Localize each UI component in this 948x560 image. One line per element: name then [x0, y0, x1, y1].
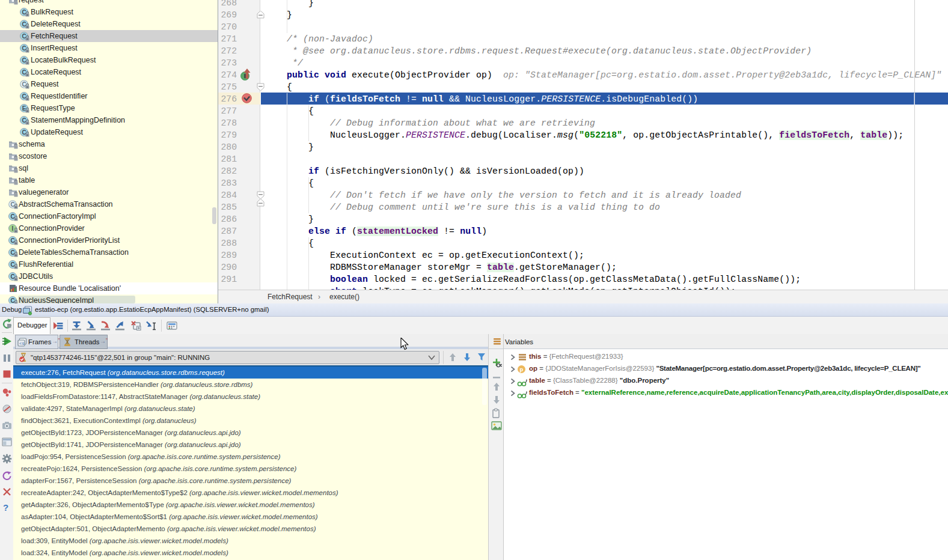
- svg-text:<s: <s: [19, 341, 24, 346]
- svg-text:I: I: [12, 225, 14, 232]
- svg-text:p: p: [520, 366, 524, 373]
